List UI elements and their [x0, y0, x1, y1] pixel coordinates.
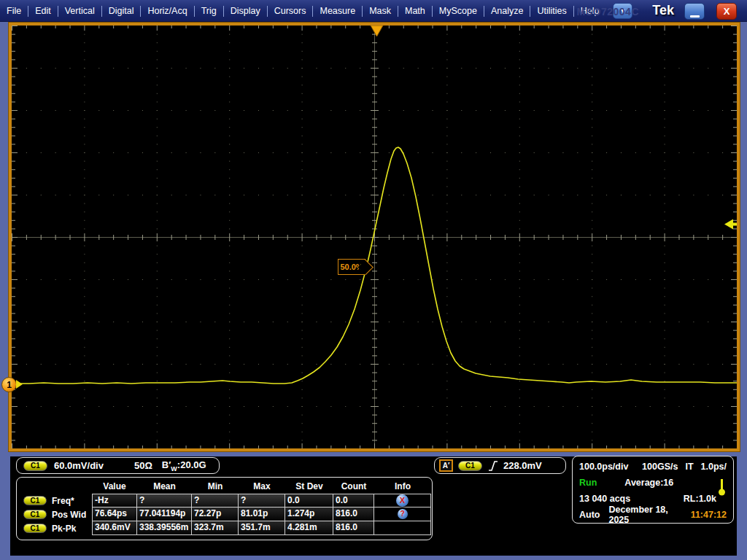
info-error-icon[interactable]: X — [396, 494, 409, 507]
trigger-position-marker[interactable] — [371, 26, 383, 36]
vertical-scale-readout: 60.0mV/div — [54, 460, 104, 471]
pkpk-value: 340.6mV — [92, 521, 137, 535]
tek-logo: Tek — [652, 3, 674, 18]
bandwidth-readout: B′W:20.0G — [162, 459, 206, 472]
poswid-info-cell[interactable]: ? — [374, 508, 431, 521]
channel1-position-marker[interactable]: 1 — [1, 377, 17, 392]
col-header-min: Min — [192, 480, 239, 494]
trigger-mode-readout: Auto — [579, 510, 600, 520]
minimize-button[interactable] — [684, 3, 705, 20]
poswid-mean: 77.041194p — [137, 508, 192, 521]
poswid-min: 72.27p — [192, 508, 239, 521]
measurement-label-pkpk: C1Pk-Pk — [19, 521, 92, 535]
waveform-display — [12, 26, 737, 448]
channel1-readout-panel[interactable]: C1 60.0mV/div 50Ω B′W:20.0G — [16, 457, 220, 474]
trigger-channel-badge: C1 — [458, 461, 482, 471]
average-readout: Average:16 — [624, 478, 673, 488]
menu-item-trig[interactable]: Trig — [194, 6, 223, 17]
freq-value: -Hz — [92, 494, 137, 508]
freq-mean: ? — [137, 494, 192, 508]
info-question-icon[interactable]: ? — [398, 509, 408, 519]
menu-item-measure[interactable]: Measure — [312, 6, 362, 17]
menu-item-display[interactable]: Display — [223, 6, 267, 17]
menu-item-edit[interactable]: Edit — [28, 6, 58, 17]
timebase-readout: 100.0ps/div — [579, 462, 628, 472]
menu-item-digital[interactable]: Digital — [101, 6, 141, 17]
channel1-badge: C1 — [23, 496, 47, 505]
sampling-mode-readout: IT — [685, 462, 693, 472]
date-readout: December 18, 2025 — [608, 505, 690, 525]
col-header-stdev: St Dev — [285, 480, 333, 494]
trigger-readout-panel[interactable]: A′ C1 228.0mV — [434, 457, 566, 474]
resolution-readout: 1.0ps/ — [701, 462, 727, 472]
freq-info-cell[interactable]: X — [374, 494, 431, 508]
measurement-table[interactable]: Value Mean Min Max St Dev Count Info C1F… — [16, 477, 433, 540]
menu-item-vertical[interactable]: Vertical — [58, 6, 101, 17]
trigger-50-percent-tag[interactable]: 50.0% — [338, 259, 365, 275]
close-button[interactable]: X — [716, 3, 737, 20]
menu-item-horiz-acq[interactable]: Horiz/Acq — [140, 6, 193, 17]
freq-max: ? — [239, 494, 285, 508]
time-readout: 11:47:12 — [691, 510, 727, 520]
record-length-readout: RL:1.0k — [684, 494, 716, 504]
acq-state-row: Run Average:16 — [573, 475, 733, 491]
datetime-row: Auto December 18, 2025 11:47:12 — [573, 507, 733, 523]
timebase-row: 100.0ps/div 100GS/s IT 1.0ps/ — [573, 459, 733, 475]
poswid-count: 816.0 — [333, 508, 374, 521]
menu-bar: File Edit Vertical Digital Horiz/Acq Tri… — [0, 0, 747, 22]
menu-item-analyze[interactable]: Analyze — [484, 6, 530, 17]
acquisitions-readout: 13 040 acqs — [579, 494, 630, 504]
pkpk-count: 816.0 — [333, 521, 374, 535]
run-status: Run — [579, 478, 597, 488]
pkpk-min: 323.7m — [192, 521, 239, 535]
channel1-badge: C1 — [23, 461, 47, 471]
freq-count: 0.0 — [333, 494, 374, 508]
termination-readout: 50Ω — [134, 460, 152, 471]
model-label: MSO72004C — [577, 6, 639, 18]
pkpk-mean: 338.39556m — [137, 521, 192, 535]
col-header-count: Count — [333, 480, 374, 494]
horizontal-acq-panel[interactable]: 100.0ps/div 100GS/s IT 1.0ps/ Run Averag… — [572, 456, 734, 524]
freq-min: ? — [192, 494, 239, 508]
col-header-value: Value — [92, 480, 137, 494]
pkpk-max: 351.7m — [239, 521, 285, 535]
col-header-max: Max — [239, 480, 285, 494]
menu-item-utilities[interactable]: Utilities — [530, 6, 573, 17]
trigger-level-marker[interactable] — [724, 219, 733, 230]
graticule-frame: 50.0% — [9, 23, 740, 451]
menu-item-math[interactable]: Math — [398, 6, 432, 17]
header-spacer — [19, 480, 92, 494]
pkpk-stdev: 4.281m — [285, 521, 333, 535]
col-header-mean: Mean — [137, 480, 192, 494]
col-header-info: Info — [374, 480, 431, 494]
menu-item-file[interactable]: File — [0, 6, 28, 17]
trigger-level-readout: 228.0mV — [503, 460, 542, 471]
channel1-arrow-icon — [16, 380, 23, 389]
channel1-badge: C1 — [23, 510, 47, 519]
poswid-value: 76.64ps — [92, 508, 137, 521]
measurement-label-poswid: C1Pos Wid — [19, 508, 92, 521]
trigger-source-badge: A′ — [439, 459, 453, 472]
pkpk-info-cell — [374, 521, 431, 535]
channel1-badge: C1 — [23, 524, 47, 533]
freq-stdev: 0.0 — [285, 494, 333, 508]
sample-rate-readout: 100GS/s — [642, 462, 678, 472]
menu-item-cursors[interactable]: Cursors — [267, 6, 313, 17]
rising-edge-icon — [488, 460, 498, 472]
temperature-pin-icon — [717, 479, 727, 497]
poswid-stdev: 1.274p — [285, 508, 333, 521]
measurement-label-freq: C1Freq* — [19, 494, 92, 508]
poswid-max: 81.01p — [239, 508, 285, 521]
minimize-icon — [690, 15, 700, 18]
menu-item-mask[interactable]: Mask — [362, 6, 398, 17]
menu-item-myscope[interactable]: MyScope — [432, 6, 484, 17]
